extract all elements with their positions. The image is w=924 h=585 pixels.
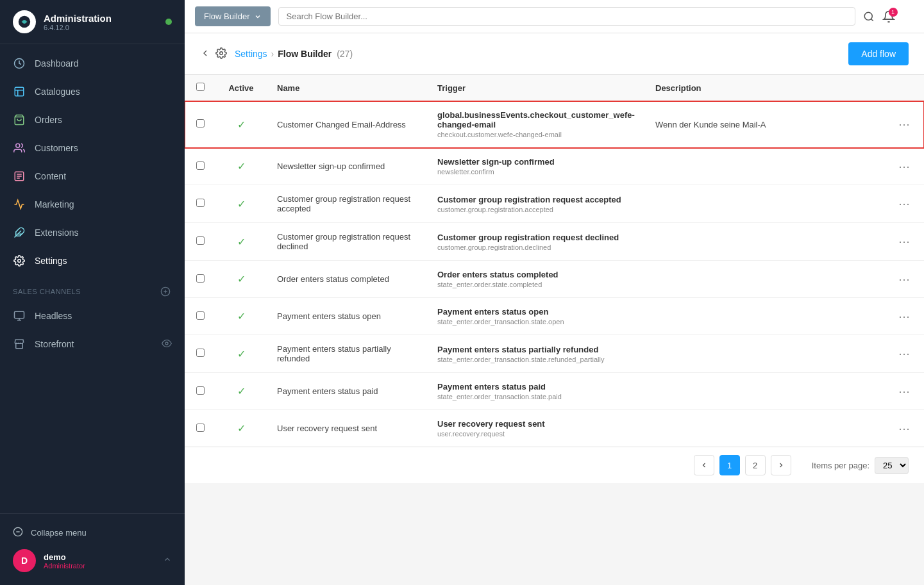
user-name: demo bbox=[44, 552, 85, 562]
row-checkbox[interactable] bbox=[196, 424, 205, 432]
row-checkbox[interactable] bbox=[196, 349, 205, 357]
svg-point-14 bbox=[165, 342, 168, 345]
main-content: Flow Builder 1 Settings › bbox=[185, 0, 924, 585]
breadcrumb: Settings › Flow Builder (27) bbox=[235, 49, 848, 59]
row-trigger-cell: Payment enters status paid state_enter.o… bbox=[427, 373, 645, 410]
row-name-cell[interactable]: Payment enters status paid bbox=[267, 373, 427, 410]
settings-gear-btn[interactable] bbox=[215, 47, 227, 61]
row-actions-cell: ⋯ bbox=[884, 410, 924, 447]
avatar: D bbox=[13, 549, 36, 572]
user-profile[interactable]: D demo Administrator bbox=[13, 544, 172, 577]
active-checkmark: ✓ bbox=[237, 349, 246, 359]
page-2-btn[interactable]: 2 bbox=[745, 455, 766, 475]
sidebar-item-catalogues[interactable]: Catalogues bbox=[0, 78, 185, 106]
sidebar-item-content[interactable]: Content bbox=[0, 162, 185, 190]
row-checkbox[interactable] bbox=[196, 161, 205, 170]
sidebar-item-label: Content bbox=[35, 171, 66, 181]
sidebar-item-label: Marketing bbox=[35, 199, 74, 210]
flow-table-container: Active Name Trigger Description ✓ Custom… bbox=[185, 75, 924, 447]
row-more-btn[interactable]: ⋯ bbox=[895, 420, 914, 437]
breadcrumb-sep: › bbox=[271, 49, 274, 59]
active-checkmark: ✓ bbox=[237, 236, 246, 247]
notifications-btn[interactable]: 1 bbox=[882, 10, 895, 23]
row-checkbox[interactable] bbox=[196, 386, 205, 395]
sidebar-item-label: Storefront bbox=[35, 339, 74, 349]
row-checkbox-cell bbox=[185, 223, 215, 261]
add-sales-channel-icon[interactable] bbox=[159, 285, 172, 298]
sidebar-item-marketing[interactable]: Marketing bbox=[0, 190, 185, 218]
next-page-btn[interactable] bbox=[771, 455, 791, 475]
sidebar-header: Administration 6.4.12.0 bbox=[0, 0, 185, 44]
row-more-btn[interactable]: ⋯ bbox=[895, 345, 914, 362]
row-checkbox[interactable] bbox=[196, 199, 205, 207]
row-name-cell[interactable]: Payment enters status partially refunded bbox=[267, 335, 427, 373]
active-checkmark: ✓ bbox=[237, 199, 246, 210]
breadcrumb-current: Flow Builder (27) bbox=[278, 49, 353, 59]
prev-page-btn[interactable] bbox=[694, 455, 714, 475]
search-input[interactable] bbox=[287, 12, 847, 21]
collapse-menu-btn[interactable]: Collapse menu bbox=[13, 522, 172, 544]
row-checkbox-cell bbox=[185, 335, 215, 373]
row-description-cell: Wenn der Kunde seine Mail-A bbox=[645, 101, 884, 148]
sidebar-item-settings[interactable]: Settings bbox=[0, 247, 185, 275]
row-actions-cell: ⋯ bbox=[884, 101, 924, 148]
sidebar-item-customers[interactable]: Customers bbox=[0, 134, 185, 162]
trigger-name: Payment enters status partially refunded bbox=[437, 345, 635, 354]
trigger-key: state_enter.order.state.completed bbox=[437, 281, 635, 288]
row-more-btn[interactable]: ⋯ bbox=[895, 233, 914, 250]
row-name-cell[interactable]: Customer group registration request acce… bbox=[267, 185, 427, 223]
row-more-btn[interactable]: ⋯ bbox=[895, 308, 914, 325]
items-per-page-control: Items per page: 25 50 75 bbox=[812, 457, 909, 474]
page-1-btn[interactable]: 1 bbox=[719, 455, 740, 475]
row-name-cell[interactable]: Payment enters status open bbox=[267, 298, 427, 335]
storefront-eye-icon[interactable] bbox=[162, 338, 172, 350]
row-checkbox[interactable] bbox=[196, 274, 205, 283]
sidebar-item-storefront[interactable]: Storefront bbox=[0, 330, 185, 358]
row-more-btn[interactable]: ⋯ bbox=[895, 158, 914, 175]
row-checkbox-cell bbox=[185, 373, 215, 410]
row-name-cell[interactable]: Customer group registration request decl… bbox=[267, 223, 427, 261]
row-checkbox[interactable] bbox=[196, 119, 205, 128]
dashboard-icon bbox=[13, 57, 26, 70]
sidebar-item-label: Customers bbox=[35, 143, 78, 153]
select-all-checkbox[interactable] bbox=[196, 83, 205, 91]
row-active-cell: ✓ bbox=[215, 335, 267, 373]
items-per-page-select[interactable]: 25 50 75 bbox=[875, 457, 909, 474]
row-checkbox[interactable] bbox=[196, 311, 205, 320]
app-name: Administration bbox=[44, 13, 112, 24]
svg-rect-3 bbox=[15, 87, 24, 96]
row-name-cell[interactable]: User recovery request sent bbox=[267, 410, 427, 447]
row-name-cell[interactable]: Order enters status completed bbox=[267, 261, 427, 298]
notification-badge: 1 bbox=[889, 8, 898, 17]
trigger-key: state_enter.order_transaction.state.open bbox=[437, 318, 635, 325]
row-more-btn[interactable]: ⋯ bbox=[895, 383, 914, 400]
row-actions-cell: ⋯ bbox=[884, 148, 924, 185]
row-checkbox[interactable] bbox=[196, 236, 205, 245]
sidebar-item-headless[interactable]: Headless bbox=[0, 302, 185, 330]
row-more-btn[interactable]: ⋯ bbox=[895, 271, 914, 288]
row-more-btn[interactable]: ⋯ bbox=[895, 116, 914, 133]
flow-builder-dropdown-btn[interactable]: Flow Builder bbox=[195, 6, 271, 26]
active-checkmark: ✓ bbox=[237, 386, 246, 397]
svg-line-18 bbox=[871, 19, 873, 21]
row-more-btn[interactable]: ⋯ bbox=[895, 195, 914, 212]
trigger-key: customer.group.registration.accepted bbox=[437, 206, 635, 213]
sidebar-item-dashboard[interactable]: Dashboard bbox=[0, 49, 185, 78]
col-trigger: Trigger bbox=[427, 75, 645, 101]
row-description-cell bbox=[645, 298, 884, 335]
row-name-cell[interactable]: Customer Changed Email-Address bbox=[267, 101, 427, 148]
row-name-cell[interactable]: Newsletter sign-up confirmed bbox=[267, 148, 427, 185]
trigger-key: user.recovery.request bbox=[437, 430, 635, 438]
add-flow-btn[interactable]: Add flow bbox=[848, 42, 909, 65]
trigger-key: state_enter.order_transaction.state.refu… bbox=[437, 356, 635, 363]
back-btn[interactable] bbox=[200, 48, 210, 60]
sidebar-item-orders[interactable]: Orders bbox=[0, 106, 185, 134]
row-trigger-cell: Order enters status completed state_ente… bbox=[427, 261, 645, 298]
sidebar-item-label: Settings bbox=[35, 256, 67, 266]
storefront-icon bbox=[13, 338, 26, 350]
row-trigger-cell: Customer group registration request decl… bbox=[427, 223, 645, 261]
breadcrumb-settings[interactable]: Settings bbox=[235, 49, 267, 59]
sidebar-item-extensions[interactable]: Extensions bbox=[0, 218, 185, 247]
row-trigger-cell: Payment enters status partially refunded… bbox=[427, 335, 645, 373]
search-submit-btn[interactable] bbox=[863, 11, 875, 22]
